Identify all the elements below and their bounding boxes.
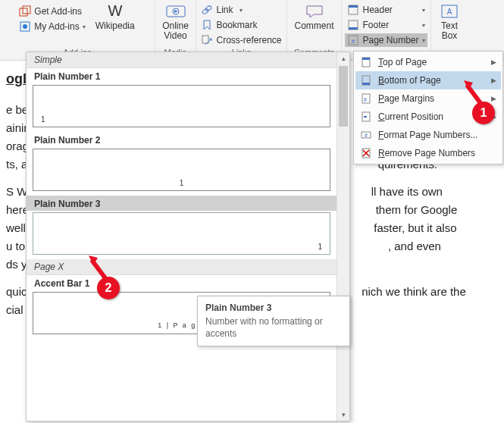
svg-rect-0 <box>20 8 27 16</box>
svg-point-3 <box>23 24 27 29</box>
comment-label: Comment <box>295 21 334 31</box>
link-icon <box>201 4 213 16</box>
tooltip-body: Number with no formatting or accents <box>205 316 342 340</box>
svg-rect-19 <box>362 58 370 60</box>
page-number-button[interactable]: # Page Number ▾ <box>345 33 427 47</box>
crossref-label: Cross-reference <box>216 35 281 45</box>
svg-rect-11 <box>349 5 358 8</box>
header-icon <box>347 4 359 16</box>
my-addins-label: My Add-ins <box>34 21 79 32</box>
top-page-icon <box>360 56 372 68</box>
remove-icon <box>360 147 372 159</box>
textbox-button[interactable]: A Text Box <box>437 2 462 42</box>
svg-rect-21 <box>362 83 370 85</box>
chevron-right-icon: ▶ <box>491 58 496 66</box>
wikipedia-button[interactable]: W Wikipedia <box>92 2 138 33</box>
crossref-icon <box>201 34 213 46</box>
my-addins-button[interactable]: My Add-ins ▾ <box>17 20 87 33</box>
preview-plain1[interactable]: 1 <box>33 85 330 127</box>
page-number-label: Page Number <box>362 35 418 45</box>
header-label: Header <box>362 5 392 15</box>
my-addins-icon <box>19 20 31 33</box>
svg-text:A: A <box>447 8 452 16</box>
header-button[interactable]: Header ▾ <box>345 3 427 17</box>
video-label: Online Video <box>162 21 189 41</box>
get-addins-label: Get Add-ins <box>34 6 82 17</box>
svg-text:W: W <box>108 4 122 19</box>
scroll-thumb[interactable] <box>339 66 348 127</box>
svg-text:#: # <box>364 97 367 102</box>
gallery-item-plain3[interactable]: Plain Number 3 <box>27 196 337 211</box>
gallery-section-simple: Simple <box>27 52 337 68</box>
online-video-button[interactable]: Online Video <box>159 2 192 42</box>
current-pos-icon <box>360 111 372 123</box>
wikipedia-label: Wikipedia <box>95 21 135 31</box>
preview-plain3[interactable]: 1 <box>33 212 330 255</box>
bookmark-button[interactable]: Bookmark <box>199 18 283 32</box>
addins-icon <box>19 5 31 17</box>
svg-rect-13 <box>349 27 358 30</box>
bookmark-label: Bookmark <box>216 20 257 30</box>
format-icon: # <box>360 129 372 141</box>
gallery-tooltip: Plain Number 3 Number with no formatting… <box>197 296 350 346</box>
gallery-section-pagex: Page X <box>27 259 337 275</box>
preview-plain2[interactable]: 1 <box>33 149 330 191</box>
comment-button[interactable]: Comment <box>292 2 337 33</box>
svg-point-8 <box>205 5 212 11</box>
comment-icon <box>305 3 324 20</box>
gallery-item-plain2[interactable]: Plain Number 2 <box>27 132 337 147</box>
footer-button[interactable]: Footer ▾ <box>345 18 427 32</box>
svg-text:#: # <box>352 38 355 45</box>
gallery-item-plain1[interactable]: Plain Number 1 <box>27 68 337 83</box>
page-number-icon: # <box>347 34 359 46</box>
menu-top-of-page[interactable]: TTop of Pageop of Page ▶ <box>355 53 501 71</box>
scroll-up-icon[interactable]: ▴ <box>337 52 349 64</box>
scroll-down-icon[interactable]: ▾ <box>337 409 349 421</box>
link-button[interactable]: Link ▾ <box>199 3 283 17</box>
footer-icon <box>347 19 359 31</box>
gallery-item-accent1[interactable]: Accent Bar 1 <box>27 275 337 290</box>
video-icon <box>166 3 186 20</box>
menu-format-page-numbers[interactable]: # Format Page Numbers... <box>355 126 501 144</box>
marker-2: 2 <box>97 277 120 299</box>
marker-1: 1 <box>472 102 495 124</box>
crossref-button[interactable]: Cross-reference <box>199 33 283 47</box>
get-addins-button[interactable]: Get Add-ins <box>17 5 87 18</box>
page-number-gallery: Simple Plain Number 1 1 Plain Number 2 1… <box>26 52 350 421</box>
footer-label: Footer <box>362 20 389 30</box>
bookmark-icon <box>201 19 213 31</box>
gallery-scrollbar[interactable]: ▴ ▾ <box>337 52 349 421</box>
margins-icon: # <box>360 92 372 105</box>
bottom-page-icon <box>360 74 372 86</box>
svg-rect-25 <box>364 116 367 118</box>
menu-remove-page-numbers[interactable]: Remove Page Numbers <box>355 144 501 162</box>
tooltip-title: Plain Number 3 <box>205 302 342 313</box>
wikipedia-icon: W <box>105 3 125 20</box>
svg-rect-1 <box>23 6 30 14</box>
textbox-icon: A <box>440 3 459 20</box>
link-label: Link <box>216 5 233 15</box>
textbox-label: Text Box <box>441 21 458 41</box>
svg-text:#: # <box>365 133 368 138</box>
